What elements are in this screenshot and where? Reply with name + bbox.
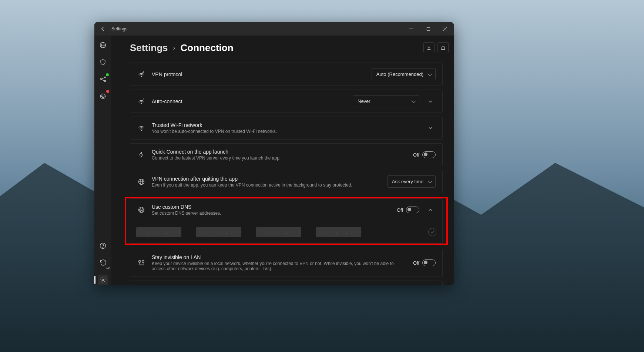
row-title: Quick Connect on the app launch [152, 149, 407, 155]
settings-window: Settings [94, 22, 454, 285]
signal-icon [137, 70, 146, 79]
svg-rect-1 [427, 27, 430, 30]
sidebar-item-shield[interactable] [98, 57, 108, 67]
chevron-right-icon: › [173, 44, 175, 52]
stay-invisible-toggle[interactable] [422, 259, 436, 266]
titlebar: Settings [94, 22, 454, 36]
main-content: Settings › Connection VPN protocol Auto … [111, 36, 454, 285]
sidebar-item-settings[interactable] [98, 275, 108, 285]
row-title: Stay invisible on LAN [152, 254, 407, 260]
dns-input-row: . . . . . . . . . . . . [130, 221, 443, 244]
toggle-label: Off [413, 152, 419, 158]
window-controls [403, 22, 454, 36]
svg-point-17 [102, 279, 104, 281]
recent-count-badge: 10 [106, 266, 110, 269]
dns-ip-input-4[interactable]: . . . [316, 227, 361, 237]
svg-line-11 [101, 80, 104, 81]
dns-ip-input-1[interactable]: . . . [136, 227, 181, 237]
dns-icon: DNS [137, 205, 146, 214]
highlight-annotation: DNS Use custom DNS Set custom DNS server… [125, 197, 448, 245]
svg-point-16 [103, 247, 103, 248]
window-title: Settings [111, 26, 127, 31]
row-title: Auto-connect [152, 98, 347, 104]
notifications-button[interactable] [437, 42, 449, 53]
lan-icon [137, 258, 146, 267]
dns-ip-input-3[interactable]: . . . [256, 227, 301, 237]
row-description: Even if you quit the app, you can keep t… [152, 182, 381, 188]
expand-button[interactable] [425, 123, 436, 133]
dns-ip-input-2[interactable]: . . . [196, 227, 241, 237]
svg-point-9 [104, 80, 105, 81]
sidebar-item-recent[interactable]: 10 [98, 258, 108, 268]
row-trusted-wifi: Trusted Wi-Fi network You won't be auto-… [130, 117, 443, 140]
status-dot-icon [106, 73, 109, 76]
row-title: Trusted Wi-Fi network [152, 122, 419, 128]
download-button[interactable] [423, 42, 435, 53]
row-after-quit: VPN connection after quitting the app Ev… [130, 170, 443, 193]
auto-connect-dropdown[interactable]: Never [353, 95, 419, 107]
svg-line-10 [101, 78, 104, 79]
sidebar-item-help[interactable] [98, 241, 108, 251]
toggle-label: Off [413, 260, 419, 266]
svg-point-29 [139, 261, 141, 263]
back-button[interactable] [99, 25, 107, 33]
row-custom-dns: DNS Use custom DNS Set custom DNS server… [130, 198, 443, 221]
breadcrumb-parent[interactable]: Settings [130, 42, 168, 54]
row-remote-access: Allow remote access while connected to V… [130, 281, 443, 285]
maximize-button[interactable] [420, 22, 437, 36]
quick-connect-toggle[interactable] [422, 151, 436, 158]
minimize-button[interactable] [403, 22, 420, 36]
collapse-button[interactable] [425, 205, 436, 215]
row-title: VPN protocol [152, 71, 366, 77]
svg-point-30 [142, 261, 144, 263]
svg-point-18 [141, 76, 142, 77]
page-title: Connection [181, 42, 234, 54]
after-quit-dropdown[interactable]: Ask every time [387, 175, 436, 188]
wifi-icon [137, 124, 146, 133]
lightning-icon [137, 150, 146, 159]
row-description: Connect to the fastest VPN server every … [152, 155, 407, 161]
svg-point-19 [141, 103, 142, 104]
row-auto-connect: Auto-connect Never [130, 90, 443, 113]
breadcrumb: Settings › Connection [130, 42, 443, 54]
sidebar-item-network[interactable] [98, 74, 108, 84]
row-stay-invisible: Stay invisible on LAN Keep your device i… [130, 249, 443, 277]
row-vpn-protocol: VPN protocol Auto (Recommended) [130, 63, 443, 86]
toggle-label: Off [397, 207, 403, 213]
svg-point-20 [141, 130, 142, 131]
svg-point-7 [100, 78, 101, 80]
row-quick-connect: Quick Connect on the app launch Connect … [130, 143, 443, 166]
row-description: Keep your device invisible on a local ne… [152, 261, 407, 271]
status-dot-icon [106, 90, 109, 93]
svg-point-14 [103, 96, 103, 97]
signal-auto-icon [137, 97, 146, 106]
row-title: Use custom DNS [152, 204, 391, 210]
expand-button[interactable] [425, 96, 436, 107]
vpn-protocol-dropdown[interactable]: Auto (Recommended) [372, 68, 436, 80]
globe-icon [137, 177, 146, 186]
svg-point-8 [104, 77, 105, 78]
svg-text:DNS: DNS [140, 209, 143, 211]
row-description: Set custom DNS server addresses. [152, 211, 391, 216]
sidebar-item-globe[interactable] [98, 40, 108, 50]
sidebar-item-target[interactable] [98, 91, 108, 101]
custom-dns-toggle[interactable] [406, 207, 419, 213]
sidebar: 10 [94, 36, 111, 285]
row-description: You won't be auto-connected to VPN on tr… [152, 129, 419, 134]
apply-dns-button[interactable] [428, 228, 436, 236]
close-button[interactable] [437, 22, 454, 36]
row-title: VPN connection after quitting the app [152, 176, 381, 182]
